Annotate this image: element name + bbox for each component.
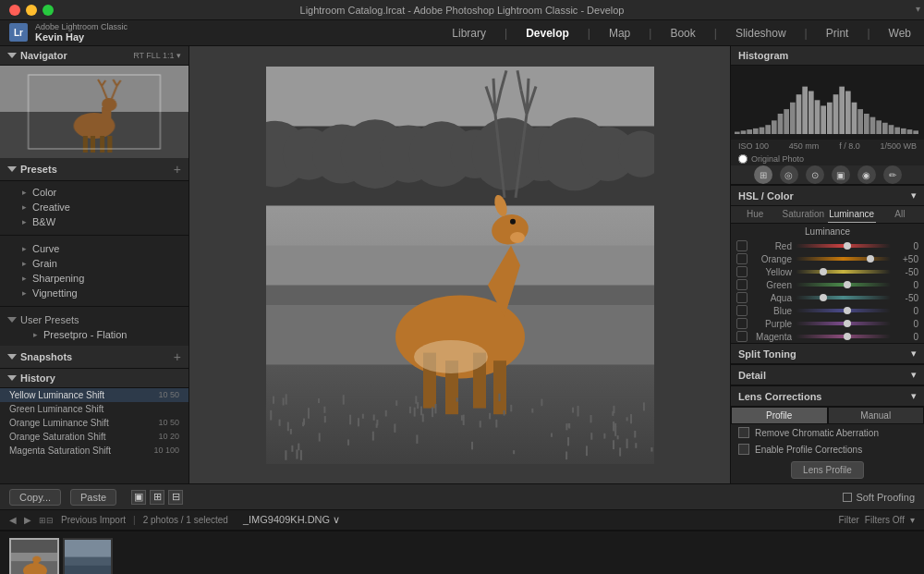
hsl-slider-thumb-aqua[interactable] xyxy=(820,294,827,301)
hsl-tab-all[interactable]: All xyxy=(876,206,924,223)
tab-print[interactable]: Print xyxy=(822,25,853,42)
hsl-target-btn-green[interactable] xyxy=(736,279,748,290)
heal-tool[interactable]: ◎ xyxy=(780,165,798,184)
tab-book[interactable]: Book xyxy=(666,25,699,42)
radial-tool[interactable]: ◉ xyxy=(857,165,876,184)
history-title: History xyxy=(7,372,55,384)
navigator-header[interactable]: Navigator RT FLL 1:1 ▾ xyxy=(0,46,188,66)
snapshots-header[interactable]: Snapshots + xyxy=(0,346,188,369)
hsl-slider-thumb-magenta[interactable] xyxy=(844,333,851,340)
history-item-4[interactable]: Magenta Saturation Shift 10 100 xyxy=(0,444,188,458)
lens-tab-profile[interactable]: Profile xyxy=(731,407,828,424)
history-item-0[interactable]: Yellow Luminance Shift 10 50 xyxy=(0,388,188,402)
hsl-section-label: Luminance xyxy=(731,224,924,239)
hsl-tab-saturation[interactable]: Saturation xyxy=(779,206,827,223)
presets-collapse-icon xyxy=(7,166,17,172)
hsl-target-btn-red[interactable] xyxy=(736,240,748,251)
brush-tool[interactable]: ✏ xyxy=(883,165,902,184)
hsl-target-btn-blue[interactable] xyxy=(736,305,748,316)
tab-slideshow[interactable]: Slideshow xyxy=(732,25,790,42)
history-item-3[interactable]: Orange Saturation Shift 10 20 xyxy=(0,430,188,444)
hsl-target-btn-magenta[interactable] xyxy=(736,331,748,342)
paste-button[interactable]: Paste xyxy=(70,489,116,506)
soft-proofing-toggle[interactable]: Soft Proofing xyxy=(843,492,915,503)
hsl-header[interactable]: HSL / Color ▾ xyxy=(731,185,924,206)
original-photo-radio[interactable] xyxy=(738,154,748,164)
hsl-slider-track-yellow[interactable] xyxy=(796,270,891,274)
preset-curve[interactable]: Curve xyxy=(0,241,188,256)
hsl-slider-thumb-red[interactable] xyxy=(844,242,851,250)
hsl-target-btn-aqua[interactable] xyxy=(736,292,748,303)
hsl-slider-track-blue[interactable] xyxy=(796,309,891,312)
preset-grain[interactable]: Grain xyxy=(0,256,188,271)
filmstrip-thumb-2[interactable] xyxy=(63,538,113,574)
lens-tab-manual[interactable]: Manual xyxy=(828,407,925,424)
histogram-header[interactable]: Histogram ▾ xyxy=(731,46,924,66)
minimize-button[interactable] xyxy=(26,5,37,16)
main-photo-canvas[interactable] xyxy=(266,67,654,464)
hsl-tab-luminance[interactable]: Luminance xyxy=(828,206,876,223)
enable-profile-checkbox[interactable] xyxy=(738,444,749,455)
tab-map[interactable]: Map xyxy=(605,25,634,42)
split-toning-header[interactable]: Split Toning ▾ xyxy=(731,343,924,364)
hsl-slider-track-aqua[interactable] xyxy=(796,296,891,299)
copy-button[interactable]: Copy... xyxy=(9,489,61,506)
hsl-slider-track-green[interactable] xyxy=(796,283,891,287)
preset-flation[interactable]: Presetpro - Flation xyxy=(0,327,188,342)
maximize-button[interactable] xyxy=(43,5,54,16)
detail-header[interactable]: Detail ▾ xyxy=(731,364,924,385)
split-toning-title: Split Toning xyxy=(738,348,796,360)
hsl-slider-track-orange[interactable] xyxy=(796,257,891,261)
history-header[interactable]: History xyxy=(0,369,188,388)
navigator-thumbnail[interactable] xyxy=(0,66,188,158)
hsl-slider-thumb-green[interactable] xyxy=(844,281,851,288)
user-presets-group[interactable]: User Presets xyxy=(0,312,188,327)
lens-corrections-header[interactable]: Lens Corrections ▾ xyxy=(731,385,924,407)
hsl-slider-track-magenta[interactable] xyxy=(796,335,891,338)
history-item-2[interactable]: Orange Luminance Shift 10 50 xyxy=(0,416,188,430)
hsl-slider-thumb-yellow[interactable] xyxy=(820,268,827,275)
filter-dropdown-icon[interactable]: ▾ xyxy=(910,515,915,525)
bottom-toolbar: Copy... Paste ▣ ⊞ ⊟ Soft Proofing xyxy=(0,483,924,509)
close-button[interactable] xyxy=(9,5,20,16)
tab-library[interactable]: Library xyxy=(448,25,490,42)
remove-ca-checkbox[interactable] xyxy=(738,427,749,438)
hsl-target-btn-orange[interactable] xyxy=(736,253,748,264)
nav-tabs: Library | Develop | Map | Book | Slidesh… xyxy=(448,25,915,42)
filmstrip-thumb-1[interactable] xyxy=(9,538,59,574)
chevron-left-icon[interactable]: ◀ xyxy=(9,515,17,525)
remove-ca-row: Remove Chromatic Aberration xyxy=(731,424,924,441)
hsl-slider-thumb-orange[interactable] xyxy=(867,255,874,263)
hsl-tabs: Hue Saturation Luminance All xyxy=(731,206,924,224)
preset-vignetting[interactable]: Vignetting xyxy=(0,286,188,300)
gradient-tool[interactable]: ▣ xyxy=(832,165,850,184)
compare-view-btn[interactable]: ⊞ xyxy=(150,490,164,505)
redeye-tool[interactable]: ⊙ xyxy=(806,165,824,184)
divider2 xyxy=(0,306,188,307)
tab-develop[interactable]: Develop xyxy=(522,25,573,42)
detail-icon: ▾ xyxy=(911,369,917,381)
preset-sharpening[interactable]: Sharpening xyxy=(0,271,188,286)
preset-color[interactable]: Color xyxy=(0,185,188,200)
hsl-tab-hue[interactable]: Hue xyxy=(731,206,779,223)
lens-profile-button[interactable]: Lens Profile xyxy=(791,461,864,479)
survey-view-btn[interactable]: ⊟ xyxy=(168,490,183,505)
history-item-1[interactable]: Green Luminance Shift xyxy=(0,402,188,416)
single-view-btn[interactable]: ▣ xyxy=(131,490,146,505)
hsl-slider-thumb-purple[interactable] xyxy=(844,320,851,327)
hsl-slider-thumb-blue[interactable] xyxy=(844,307,851,314)
chevron-right-icon[interactable]: ▶ xyxy=(24,515,31,525)
presets-header[interactable]: Presets + xyxy=(0,158,188,181)
navigator-view-controls[interactable]: RT FLL 1:1 ▾ xyxy=(133,51,181,60)
preset-creative[interactable]: Creative xyxy=(0,200,188,214)
tab-web[interactable]: Web xyxy=(885,25,915,42)
filmstrip-filename[interactable]: _IMG9409KH.DNG ∨ xyxy=(243,514,340,526)
hsl-slider-track-red[interactable] xyxy=(796,244,891,248)
crop-tool[interactable]: ⊞ xyxy=(754,165,772,184)
snapshots-add-button[interactable]: + xyxy=(174,349,181,364)
hsl-target-btn-yellow[interactable] xyxy=(736,266,748,277)
presets-add-button[interactable]: + xyxy=(174,162,181,177)
hsl-slider-track-purple[interactable] xyxy=(796,322,891,325)
hsl-target-btn-purple[interactable] xyxy=(736,318,748,329)
preset-bw[interactable]: B&W xyxy=(0,214,188,229)
